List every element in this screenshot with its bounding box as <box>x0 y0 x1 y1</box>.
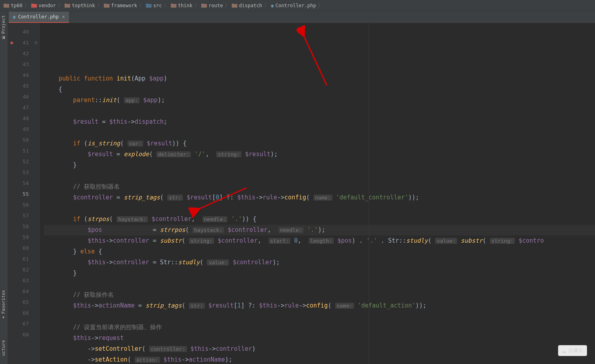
line-number[interactable]: 50 <box>8 135 29 145</box>
fold-marker[interactable] <box>32 91 40 102</box>
code-line[interactable] <box>44 127 595 138</box>
line-number[interactable]: 45 <box>8 80 29 91</box>
tool-project[interactable]: ◧ Project <box>0 11 7 44</box>
close-icon[interactable]: × <box>62 14 65 20</box>
fold-marker[interactable] <box>32 308 40 318</box>
line-number[interactable]: 63 <box>8 275 29 286</box>
line-number[interactable]: 40 <box>8 26 29 37</box>
line-number[interactable]: 52 <box>8 156 29 167</box>
line-number[interactable]: 51 <box>8 145 29 156</box>
code-line[interactable]: $this->request <box>44 333 595 344</box>
fold-marker[interactable] <box>32 221 40 232</box>
fold-marker[interactable] <box>32 80 40 91</box>
code-line[interactable]: public function init(App $app) <box>44 73 595 84</box>
code-line[interactable] <box>44 311 595 322</box>
fold-marker[interactable] <box>32 297 40 308</box>
breadcrumb-item[interactable]: src <box>145 3 163 8</box>
line-number[interactable]: 55 <box>8 189 29 199</box>
fold-marker[interactable] <box>32 189 40 199</box>
fold-marker[interactable] <box>32 232 40 243</box>
code-line[interactable]: { <box>44 84 595 95</box>
fold-marker[interactable] <box>32 70 40 80</box>
line-number[interactable]: 48 <box>8 113 29 124</box>
code-line[interactable] <box>44 171 595 181</box>
fold-column[interactable]: ⊟ <box>32 23 40 364</box>
code-line[interactable]: } <box>44 160 595 171</box>
fold-marker[interactable] <box>32 167 40 178</box>
breadcrumb-item[interactable]: ◉Controller.php <box>270 3 317 8</box>
line-number[interactable]: 60 <box>8 243 29 253</box>
line-number[interactable]: 43 <box>8 59 29 70</box>
line-gutter[interactable]: 40●4142434445464748495051525354555657585… <box>8 23 32 364</box>
line-number[interactable]: 57 <box>8 210 29 221</box>
fold-marker[interactable] <box>32 135 40 145</box>
line-number[interactable]: 53 <box>8 167 29 178</box>
tab-controller-php[interactable]: ◉ Controller.php × <box>9 12 69 23</box>
line-number[interactable]: 61 <box>8 253 29 264</box>
fold-marker[interactable] <box>32 243 40 253</box>
code-line[interactable]: if (is_string( var: $result)) { <box>44 138 595 149</box>
line-number[interactable]: 54 <box>8 178 29 189</box>
code-line[interactable] <box>44 62 595 73</box>
code-line[interactable] <box>44 203 595 214</box>
fold-marker[interactable] <box>32 286 40 297</box>
breadcrumb-item[interactable]: vendor <box>30 3 57 8</box>
fold-marker[interactable] <box>32 59 40 70</box>
fold-marker[interactable] <box>32 318 40 329</box>
fold-marker[interactable]: ⊟ <box>32 37 40 48</box>
fold-marker[interactable] <box>32 145 40 156</box>
tool-structure[interactable]: ucture <box>0 336 7 360</box>
line-number[interactable]: 64 <box>8 286 29 297</box>
breadcrumb-item[interactable]: think <box>170 3 194 8</box>
line-number[interactable]: ●41 <box>8 37 29 48</box>
line-number[interactable]: 47 <box>8 102 29 113</box>
code-line[interactable]: parent::init( app: $app); <box>44 95 595 106</box>
fold-marker[interactable] <box>32 264 40 275</box>
line-number[interactable]: 62 <box>8 264 29 275</box>
tool-favorites[interactable]: ★ Favorites <box>0 286 7 324</box>
fold-marker[interactable] <box>32 253 40 264</box>
code-line[interactable]: } <box>44 268 595 279</box>
fold-marker[interactable] <box>32 199 40 210</box>
line-number[interactable]: 66 <box>8 308 29 318</box>
code-line[interactable]: if (strpos( haystack: $controller, needl… <box>44 214 595 225</box>
code-line[interactable]: // 获取操作名 <box>44 290 595 300</box>
code-line[interactable]: $controller = strip_tags( str: $result[0… <box>44 192 595 203</box>
fold-marker[interactable] <box>32 210 40 221</box>
fold-marker[interactable] <box>32 156 40 167</box>
fold-marker[interactable] <box>32 102 40 113</box>
code-line[interactable]: // 设置当前请求的控制器、操作 <box>44 322 595 333</box>
line-number[interactable]: 49 <box>8 124 29 135</box>
breadcrumb-item[interactable]: framework <box>103 3 138 8</box>
line-number[interactable]: 42 <box>8 48 29 59</box>
code-line[interactable]: $result = explode( delimiter: '/', strin… <box>44 149 595 160</box>
code-line[interactable]: $this->controller = Str::studly( value: … <box>44 257 595 268</box>
line-number[interactable]: 46 <box>8 91 29 102</box>
code-line[interactable] <box>44 106 595 117</box>
line-number[interactable]: 44 <box>8 70 29 80</box>
breadcrumb-item[interactable]: route <box>200 3 224 8</box>
code-line[interactable] <box>44 279 595 290</box>
fold-marker[interactable] <box>32 275 40 286</box>
breadcrumb-item[interactable]: dispatch <box>231 3 263 8</box>
code-line[interactable]: // 获取控制器名 <box>44 181 595 192</box>
line-number[interactable]: 67 <box>8 318 29 329</box>
code-line[interactable]: $pos = strrpos( haystack: $controller, n… <box>44 225 595 235</box>
fold-marker[interactable] <box>32 329 40 340</box>
code-line[interactable]: ->setController( controller: $this->cont… <box>44 344 595 354</box>
line-number[interactable]: 65 <box>8 297 29 308</box>
breadcrumb-item[interactable]: topthink <box>63 3 96 8</box>
line-number[interactable]: 58 <box>8 221 29 232</box>
fold-marker[interactable] <box>32 178 40 189</box>
breadcrumb-item[interactable]: tp60 <box>2 3 24 8</box>
line-number[interactable]: 68 <box>8 329 29 340</box>
line-number[interactable]: 56 <box>8 199 29 210</box>
line-number[interactable]: 59 <box>8 232 29 243</box>
code-line[interactable]: $result = $this->dispatch; <box>44 117 595 127</box>
fold-marker[interactable] <box>32 124 40 135</box>
code-line[interactable]: } else { <box>44 246 595 257</box>
code-line[interactable]: ->setAction( action: $this->actionName); <box>44 354 595 364</box>
fold-marker[interactable] <box>32 113 40 124</box>
code-line[interactable]: $this->controller = substr( string: $con… <box>44 235 595 246</box>
code-area[interactable]: public function init(App $app) { parent:… <box>40 23 595 364</box>
